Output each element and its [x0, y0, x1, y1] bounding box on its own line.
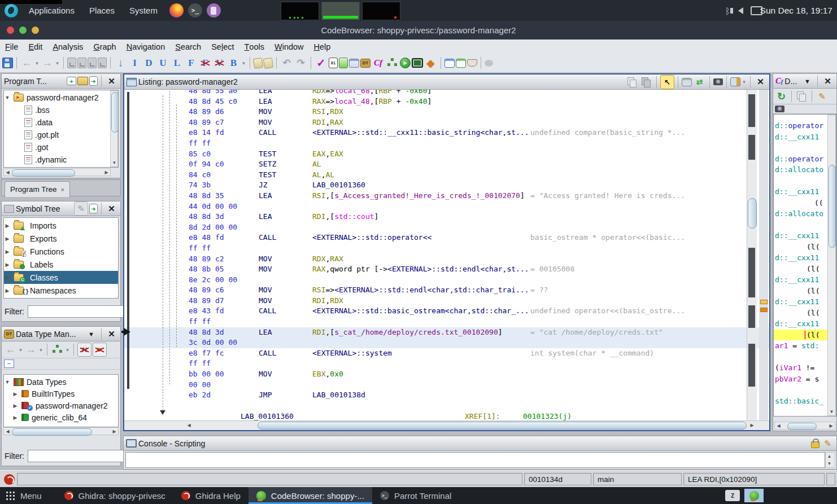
patch-in-icon[interactable]: [67, 58, 76, 68]
save-icon[interactable]: [2, 58, 13, 68]
scroll-right-icon[interactable]: ▶: [827, 422, 835, 430]
decompile-line[interactable]: (iVar1 !=: [774, 362, 836, 374]
decompile-line[interactable]: d::__cxx11: [774, 230, 836, 242]
scroll-left-icon[interactable]: ◀: [185, 422, 193, 429]
back-icon[interactable]: ←: [20, 56, 33, 69]
conflict-dropdown-icon[interactable]: ▾: [65, 343, 70, 356]
label-l-icon[interactable]: L: [171, 56, 184, 69]
scroll-lock-icon[interactable]: [811, 441, 819, 448]
disassemble-icon[interactable]: ↓: [114, 56, 127, 69]
scroll-left-icon[interactable]: ◀: [4, 169, 11, 176]
files-launcher-icon[interactable]: [207, 3, 221, 17]
parrot-logo-icon[interactable]: [5, 4, 18, 17]
export-table-icon[interactable]: [456, 59, 466, 68]
decompiler-icon[interactable]: Cf: [372, 56, 385, 69]
save-icon[interactable]: ➔: [89, 204, 98, 213]
firefox-icon[interactable]: [169, 3, 184, 17]
program-tree-hscrollbar[interactable]: ◀ ▶: [3, 168, 111, 176]
menu-item-file[interactable]: File: [0, 40, 23, 54]
listing-line[interactable]: bb 00 00 00 00MOVEBX,0x0: [124, 369, 769, 390]
decompile-line[interactable]: ((: [774, 198, 836, 209]
decompile-line[interactable]: (l(: [774, 264, 836, 275]
menu-dropdown-icon[interactable]: ▼: [85, 327, 98, 340]
menu-dropdown-icon[interactable]: ▼: [801, 74, 814, 87]
xref-address[interactable]: 00101323(j): [523, 411, 572, 420]
tree-item-data-types[interactable]: ▼Data Types: [4, 376, 118, 388]
decompiler-hscrollbar[interactable]: ◀ ▶: [774, 422, 835, 430]
decompile-line[interactable]: d::allocato: [774, 164, 836, 176]
program-tree-tab[interactable]: Program Tree ×: [5, 181, 70, 197]
scroll-up-icon[interactable]: ▲: [826, 453, 833, 460]
close-icon[interactable]: ✕: [105, 74, 118, 87]
decompile-line[interactable]: d::allocato: [774, 208, 836, 220]
tree-item-root[interactable]: ▼➤password-manager2: [4, 91, 118, 104]
workspace-thumbnail-1[interactable]: [281, 2, 319, 20]
include-arrays-icon[interactable]: N: [77, 343, 91, 357]
scroll-left-icon[interactable]: ◀: [775, 422, 782, 430]
back-dropdown-icon[interactable]: ▾: [34, 56, 40, 69]
tree-item-section[interactable]: .bss: [4, 104, 118, 116]
decompile-line[interactable]: d::__cxx11: [774, 132, 836, 143]
listing-line[interactable]: e8 48 fd ff ffCALL<EXTERNAL>::std::opera…: [124, 233, 769, 253]
program-tree-vscrollbar[interactable]: ▼: [110, 90, 118, 167]
menu-item-help[interactable]: Help: [309, 40, 336, 54]
terminal-launcher-icon[interactable]: >_: [188, 3, 202, 17]
tree-item-section[interactable]: .got.plt: [4, 129, 118, 141]
tree-item-section[interactable]: .got: [4, 141, 118, 154]
console-output[interactable]: [125, 452, 825, 468]
data-type-manager-icon[interactable]: DT: [360, 59, 370, 68]
byte-dropdown-icon[interactable]: ▾: [241, 56, 246, 69]
back-dropdown-icon[interactable]: ▾: [18, 343, 23, 356]
menu-item-window[interactable]: Window: [269, 40, 309, 54]
close-window-button[interactable]: [7, 27, 14, 34]
active-app-tray-icon[interactable]: [744, 489, 764, 502]
decompile-line[interactable]: [774, 384, 836, 396]
dtm-hscrollbar[interactable]: ◀ ▶: [3, 427, 119, 435]
decompiler-vscrollbar[interactable]: ▼: [827, 115, 836, 416]
menu-grid-icon[interactable]: [6, 491, 15, 500]
menu-item-graph[interactable]: Graph: [88, 40, 121, 54]
tree-item-section[interactable]: [4, 166, 118, 168]
tree-item-labels[interactable]: ▶Labels: [4, 258, 118, 271]
close-icon[interactable]: ✕: [821, 74, 834, 87]
listing-line[interactable]: 48 8d 55 a0LEARDX=>local_68,[RBP + -0x60…: [124, 90, 769, 97]
scroll-down-icon[interactable]: ▼: [111, 159, 118, 166]
listing-line[interactable]: eb 2dJMPLAB_0010138d: [124, 390, 769, 401]
decompile-line[interactable]: d::operator: [774, 154, 836, 165]
decompile-line[interactable]: d::__cxx11: [774, 274, 836, 286]
instruction-i-icon[interactable]: I: [128, 56, 141, 69]
listing-line[interactable]: 48 89 c2MOVRDX,RAX: [124, 254, 769, 265]
clock[interactable]: Sun Dec 18, 19:17: [760, 0, 832, 21]
menu-item-select[interactable]: Select: [206, 40, 239, 54]
taskbar-item-parrot-terminal[interactable]: >_Parrot Terminal: [372, 487, 459, 504]
listing-line[interactable]: 84 c0TESTAL,AL: [124, 170, 769, 181]
workspace-thumbnail-2[interactable]: [321, 2, 360, 20]
close-icon[interactable]: ✕: [105, 327, 118, 340]
edit-console-icon[interactable]: ✎: [821, 437, 834, 450]
tree-item-namespaces[interactable]: ▶{}Namespaces: [4, 284, 118, 297]
listing-line[interactable]: 74 3bJZLAB_00101360: [124, 180, 769, 191]
listing-line[interactable]: 48 8d 35 44 0d 00 00LEARSI,[s_Access_gra…: [124, 191, 769, 212]
expander-icon[interactable]: ▶: [4, 236, 11, 242]
decompile-line[interactable]: [774, 220, 836, 231]
listing-line[interactable]: 48 8d 3d 8d 2d 00 00LEARDI,[std::cout]: [124, 212, 769, 233]
decompile-line[interactable]: [774, 176, 836, 187]
tree-item-functions[interactable]: ▶fFunctions: [4, 245, 118, 258]
expander-icon[interactable]: ▶: [4, 288, 11, 293]
decompile-line[interactable]: (l(: [774, 242, 836, 253]
window-titlebar[interactable]: CodeBrowser: shoppy-privesc:/password-ma…: [0, 21, 837, 40]
back-icon[interactable]: ←: [4, 343, 17, 356]
conflict-mode-icon[interactable]: [51, 343, 64, 356]
expander-icon[interactable]: ▼: [4, 379, 11, 385]
listing-vscrollbar[interactable]: [747, 90, 757, 420]
tab-close-icon[interactable]: ×: [61, 186, 64, 193]
listing-line[interactable]: e8 14 fd ff ffCALL<EXTERNAL>::std::__cxx…: [124, 128, 769, 148]
bytes-view-icon[interactable]: [349, 59, 359, 68]
decompile-line[interactable]: d::operator: [774, 120, 836, 132]
forward-icon[interactable]: →: [24, 343, 37, 356]
collapse-all-icon[interactable]: −: [4, 360, 14, 368]
listing-line[interactable]: e8 f7 fc ff ffCALL<EXTERNAL>::systemint …: [124, 348, 769, 369]
listing-hscrollbar[interactable]: ◀ ▶: [124, 420, 769, 430]
taskbar-menu-label[interactable]: Menu: [20, 491, 42, 501]
new-tree-icon[interactable]: +: [67, 77, 76, 85]
